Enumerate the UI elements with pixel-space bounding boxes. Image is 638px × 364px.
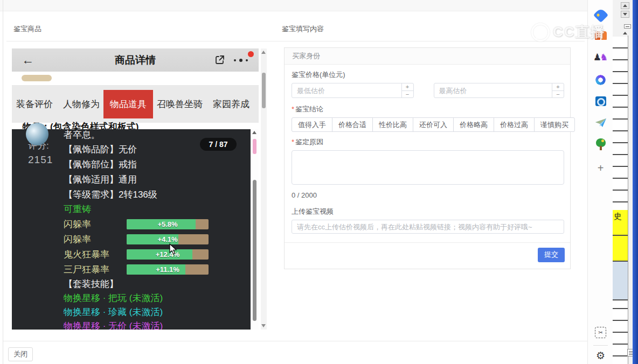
conclusion-option-价格略高[interactable]: 价格略高 [453, 117, 494, 132]
item-stats-screenshot: 评分: 2151 者卒息。 【佩饰品阶】无价【佩饰部位】戒指【佩饰适用】通用【等… [12, 129, 251, 330]
stat-name: 闪躲率 [64, 218, 127, 230]
price-tag-icon[interactable] [588, 10, 613, 20]
reason-label: *鉴定原因 [292, 137, 564, 147]
stat-row: 闪躲率+5.8% [64, 216, 247, 232]
spreadsheet-rows [613, 37, 628, 364]
sidebar-divider [593, 345, 608, 346]
panel-scroll-thumb[interactable] [262, 73, 266, 108]
buyer-identity-header: 买家身份 [285, 48, 570, 65]
stat-bar: +11.1% [127, 264, 209, 275]
scroll-down-button[interactable] [621, 11, 629, 18]
mobile-scroll-thumb[interactable] [253, 180, 256, 321]
score-value: 2151 [28, 153, 53, 167]
left-section-title: 鉴宝商品 [13, 24, 41, 34]
conclusion-option-谨慎购买[interactable]: 谨慎购买 [534, 117, 575, 132]
category-tabs: 装备评价人物修为物品道具召唤兽坐骑家园养成 [12, 85, 259, 123]
right-section-title: 鉴宝填写内容 [282, 24, 324, 34]
image-pager-badge: 7 / 87 [200, 138, 237, 151]
scroll-up-button[interactable] [621, 2, 629, 9]
increment-button[interactable]: + [552, 83, 564, 91]
item-avatar [26, 123, 48, 145]
stat-value: +12.4% [127, 249, 209, 260]
tab-召唤兽坐骑[interactable]: 召唤兽坐骑 [157, 98, 203, 110]
video-link-input[interactable] [292, 220, 564, 234]
conclusion-options: 值得入手价格合适性价比高还价可入价格略高价格过高谨慎购买 [292, 117, 564, 132]
required-star: * [292, 105, 294, 113]
decrement-button[interactable]: − [552, 91, 564, 98]
product-preview: ← 商品详情 装备评价人物修为物品道具召唤兽坐骑家园养成 物品：(包含染色样式和… [12, 48, 259, 330]
min-price-spinner: + − [401, 83, 413, 97]
tab-物品道具[interactable]: 物品道具 [103, 90, 153, 118]
footer-divider [3, 341, 587, 341]
decrement-button[interactable]: − [402, 91, 413, 98]
settings-gear-icon[interactable]: ⚙ [588, 351, 613, 361]
preview-panel-scrollbar [261, 48, 267, 330]
min-price-field: + − [292, 83, 414, 98]
screenshot-icon[interactable]: ✂ [588, 327, 613, 338]
stat-bar: +12.4% [127, 249, 209, 260]
conclusion-option-性价比高[interactable]: 性价比高 [372, 117, 413, 132]
left-border [3, 0, 3, 364]
background-spreadsheet: 史 [613, 0, 633, 364]
m365-ring-icon[interactable] [588, 75, 613, 85]
max-price-input[interactable] [434, 83, 552, 97]
max-price-field: + − [434, 83, 564, 98]
stat-value: +4.1% [127, 234, 209, 244]
conclusion-label: *鉴宝结论 [292, 104, 564, 114]
spreadsheet-column-line [628, 36, 628, 364]
tree-icon[interactable] [588, 138, 613, 150]
item-stat-bars: 闪躲率+5.8%闪躲率+4.1%鬼火狂暴率+12.4%三尸狂暴率+11.1% [64, 216, 247, 277]
selected-cell [613, 262, 628, 300]
paper-plane-icon[interactable] [588, 118, 613, 128]
stat-bar: +5.8% [127, 219, 209, 229]
item-attribute: 【佩饰适用】通用 [64, 172, 247, 187]
stat-row: 三尸狂暴率+11.1% [64, 262, 247, 277]
scroll-up-arrow-icon[interactable] [261, 51, 266, 54]
group-figures-icon[interactable] [588, 31, 613, 40]
set-skills-header: 【套装技能】 [64, 277, 247, 291]
reason-textarea[interactable] [292, 150, 564, 185]
tab-人物修为[interactable]: 人物修为 [63, 98, 100, 110]
increment-button[interactable]: + [402, 83, 413, 91]
item-recast: 可重铸 [64, 202, 247, 216]
more-icon[interactable] [234, 58, 250, 62]
close-button[interactable]: 关闭 [8, 347, 33, 361]
scrolled-element-fragment [22, 75, 52, 81]
spreadsheet-menu-button[interactable] [627, 349, 633, 356]
appraisal-page: 鉴宝商品 鉴宝填写内容 ← 商品详情 装备评价人物修为物品道具召唤兽坐骑家园养成… [0, 0, 587, 364]
submit-button[interactable]: 提交 [538, 248, 565, 262]
conclusion-option-价格合适[interactable]: 价格合适 [332, 117, 373, 132]
required-star: * [292, 138, 294, 146]
set-skills: 物换星移 · 把玩 (未激活)物换星移 · 珍藏 (未激活)物换星移 · 无价 … [64, 291, 247, 330]
split-handle[interactable] [624, 24, 631, 29]
stat-row: 鬼火狂暴率+12.4% [64, 247, 247, 262]
browser-sidebar: ♟♞ + ✂ ⚙ [587, 0, 613, 364]
top-strip [0, 0, 587, 11]
mobile-scrollbar [251, 129, 259, 330]
price-label: 鉴宝价格(单位元) [292, 70, 564, 80]
highlighted-cell [613, 236, 628, 262]
window-edge [633, 0, 638, 364]
external-link-icon[interactable] [214, 54, 225, 65]
stat-bar: +4.1% [127, 234, 209, 244]
outlook-icon[interactable] [588, 96, 613, 106]
scroll-down-arrow-icon[interactable] [261, 324, 266, 327]
scroll-up-arrow-icon[interactable] [252, 131, 256, 134]
add-extension-icon[interactable]: + [588, 163, 613, 173]
stat-row: 闪躲率+4.1% [64, 232, 247, 247]
header-divider [6, 41, 585, 41]
tab-装备评价[interactable]: 装备评价 [16, 98, 53, 110]
conclusion-option-值得入手[interactable]: 值得入手 [292, 117, 332, 132]
highlighted-cell: 史 [613, 210, 628, 236]
min-price-input[interactable] [292, 83, 401, 97]
chess-pieces-icon[interactable]: ♟♞ [588, 53, 613, 62]
item-attributes: 【佩饰品阶】无价【佩饰部位】戒指【佩饰适用】通用【等级需求】2转136级 [64, 142, 247, 202]
notification-dot [248, 51, 254, 57]
mobile-header: ← 商品详情 [12, 48, 259, 72]
set-skill: 物换星移 · 无价 (未激活) [64, 319, 247, 330]
tab-家园养成[interactable]: 家园养成 [213, 98, 249, 110]
stat-value: +5.8% [127, 219, 209, 229]
appraisal-form: 买家身份 鉴宝价格(单位元) + − + − [284, 47, 571, 269]
conclusion-option-价格过高[interactable]: 价格过高 [494, 117, 535, 132]
conclusion-option-还价可入[interactable]: 还价可入 [413, 117, 454, 132]
